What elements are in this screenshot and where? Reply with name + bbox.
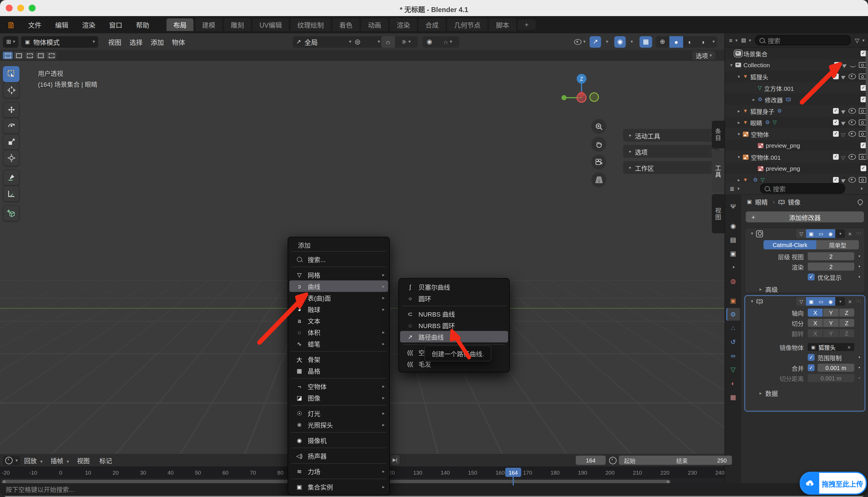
breadcrumb-modifier[interactable]: 镜像 [788,197,800,206]
show-in-render-icon[interactable]: ◉ [826,297,836,306]
add-menu-item[interactable]: ◕ 融球 ▸ [288,303,389,315]
keyframe-dot[interactable]: • [856,274,862,280]
expand-icon[interactable]: ▾ [736,74,742,79]
keyframe-dot[interactable]: • [856,264,862,269]
outliner-row[interactable]: preview_png ✓ ▶ [725,162,868,174]
collection-checkbox[interactable]: ✓ [860,85,866,91]
selectable-icon[interactable]: ▷ [842,131,845,137]
timeline-menu-item[interactable]: 回放 ▾ [20,456,46,465]
collection-checkbox[interactable]: ✓ [860,166,866,171]
add-menu-item[interactable]: ɔ 曲线 ▸ [289,280,388,292]
properties-search-input[interactable]: 搜索 [760,183,845,194]
hide-eye-icon[interactable] [849,177,856,183]
bisect-distance-field[interactable]: 0.001 m [808,374,854,382]
pin-icon[interactable] [856,198,864,205]
render-camera-icon[interactable] [859,119,866,125]
outliner-row[interactable]: ▸ ▼ 狐狸身子 ⚙ ✓ ▶ [725,105,868,117]
tool-select-box[interactable] [3,66,19,82]
select-mode-subtract[interactable] [25,52,34,59]
outliner-row[interactable]: preview_png ✓ ▶ [725,140,868,151]
selectable-icon[interactable]: ▶ [842,108,845,114]
collection-checkbox[interactable]: ✓ [860,51,866,56]
tool-cursor[interactable] [3,82,19,98]
add-menu-search[interactable]: 搜索... [288,253,389,265]
options-button[interactable]: 选项▾ [692,51,715,60]
drag-grip-icon[interactable]: ∷∷ [856,299,860,304]
workspace-tab[interactable]: 着色 [333,18,359,31]
properties-tab-tool[interactable]: Ψ [726,200,740,213]
collection-checkbox[interactable]: ✓ [833,119,839,125]
selectable-icon[interactable]: ▶ [843,62,847,68]
camera-view-icon[interactable] [591,155,606,170]
properties-tab-particles[interactable]: ∴ [726,322,740,335]
select-mode-new[interactable] [3,52,13,59]
viewport-menu-item[interactable]: 添加 [147,37,168,46]
add-menu-item[interactable]: ◁) 扬声器 [288,450,389,462]
expand-icon[interactable]: ▸ [736,120,742,125]
outliner-row[interactable]: ▸ ⚙ 修改器 Ɛ¦3 ✓ ▶ [725,94,868,105]
expand-icon[interactable]: ▾ [736,154,742,159]
properties-options-dropdown[interactable]: ▾ [860,186,866,191]
orientation-dropdown[interactable]: ↗全局▾ [293,36,355,47]
timeline-editor-type-button[interactable]: ▾ [3,455,20,465]
tool-move[interactable] [3,102,19,118]
add-menu-item[interactable]: ¬ 空物体 ▸ [288,380,389,392]
outliner-scrollbar[interactable] [866,51,868,160]
show-in-render-icon[interactable]: ◉ [826,229,836,238]
workspace-tab[interactable]: 纹理绘制 [291,18,331,31]
keyframe-dot[interactable]: • [856,375,862,381]
properties-tab-view-layer[interactable]: ▣ [726,247,740,260]
tool-measure[interactable] [3,186,19,202]
hide-eye-icon[interactable] [849,73,856,79]
selectable-icon[interactable]: ▶ [842,119,845,125]
data-section-toggle[interactable]: ▸数据 [745,384,865,398]
curve-submenu-item[interactable]: ↗ 路径曲线 [400,331,508,342]
workspace-tab[interactable]: 几何节点 [447,18,487,31]
editor-type-button[interactable]: ⊞▾ [3,36,19,47]
collection-checkbox[interactable]: ✓ [860,142,866,148]
blender-logo-icon[interactable]: 🗎︎ [0,20,21,30]
add-menu-item[interactable]: ※ 光照探头 ▸ [288,419,389,430]
hide-eye-icon[interactable] [850,63,856,67]
menu-item[interactable]: 渲染 [75,20,102,29]
shading-dropdown[interactable]: ▾ [708,36,717,47]
collection-checkbox[interactable]: ✓ [833,154,839,160]
axis-y-button[interactable]: Y [824,329,839,337]
collection-checkbox[interactable]: ✓ [833,131,839,137]
npanel-section-header[interactable]: ▸ 选项 ∷∷ [623,145,719,158]
properties-tab-object[interactable]: ▣ [726,294,740,307]
axis-x-button[interactable]: X [808,309,823,316]
show-overlays-icon[interactable]: ◉ [614,36,626,47]
sidebar-tab[interactable]: 条目 [712,120,724,148]
show-on-cage-icon[interactable]: ▣ [806,297,816,306]
workspace-tab[interactable]: 脚本 [489,18,516,31]
keyframe-dot[interactable]: • [856,253,862,259]
axis-y-button[interactable]: Y [824,309,839,316]
properties-tab-render[interactable]: ◉ [726,219,740,232]
mode-dropdown[interactable]: ▣ 物体模式 ▾ [21,36,99,47]
advanced-section-toggle[interactable]: ▸高级 [745,283,865,294]
pivot-point-dropdown[interactable]: ◎▾ [351,36,383,47]
curve-submenu-item[interactable]: ◌ NURBS 圆环 [399,320,509,331]
workspace-tab[interactable]: + [518,19,535,30]
add-menu-item[interactable]: ◪ 图像 ▸ [288,392,389,403]
add-menu-item[interactable]: ▣ 集合实例 ▸ [288,481,389,493]
timeline-menu-item[interactable]: 插帧 ▾ [46,456,73,465]
breadcrumb-object[interactable]: 眼睛 [755,197,768,206]
workspace-tab[interactable]: 合成 [418,18,445,31]
axis-z-button[interactable]: Z [839,309,854,316]
show-in-viewport-icon[interactable]: ▭ [816,297,826,306]
pan-view-icon[interactable] [591,137,606,152]
select-mode-invert[interactable] [35,52,45,59]
menu-item[interactable]: 编辑 [48,20,75,29]
outliner-row[interactable]: ▾ 空物体 ✓ ▷ [725,128,868,140]
expand-icon[interactable]: ▸ [736,108,742,113]
clipping-checkbox[interactable]: ✓范围限制 [808,353,856,362]
properties-tab-modifiers[interactable]: ⚙ [726,308,740,321]
current-frame-field[interactable]: 164 [576,456,606,465]
collapse-icon[interactable]: ▾ [751,231,753,236]
start-frame-field[interactable]: 起始1 [619,456,680,465]
add-menu-item[interactable]: ▤ 表(曲)面 ▸ [288,292,389,303]
drag-grip-icon[interactable]: ∷∷ [856,231,860,236]
show-gizmo-icon[interactable]: ↗ [590,36,601,47]
